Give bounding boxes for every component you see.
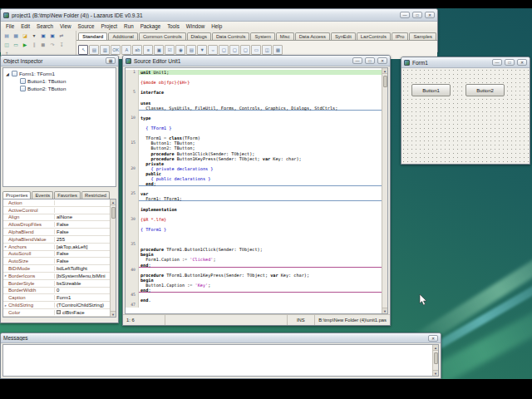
messages-scrollbar[interactable]: ▲ ▼	[432, 345, 438, 376]
tedit-icon[interactable]: ab	[132, 45, 142, 55]
scroll-up-icon[interactable]: ▲	[433, 345, 438, 351]
source-editor-titlebar[interactable]: Source Editor Unit1 — □ ✕	[123, 56, 390, 66]
property-value[interactable]: False	[55, 251, 110, 256]
menu-tools[interactable]: Tools	[165, 22, 182, 31]
step-into-icon[interactable]: ↧	[57, 41, 66, 49]
property-grid-scrollbar[interactable]: ▲ ▼	[110, 200, 116, 317]
property-value[interactable]: [akTop,akLeft]	[55, 244, 110, 249]
scroll-up-icon[interactable]: ▲	[382, 68, 387, 74]
property-value[interactable]: Form1	[55, 295, 110, 300]
property-value[interactable]: alNone	[55, 214, 110, 219]
menu-file[interactable]: File	[3, 22, 17, 31]
close-button[interactable]: ✕	[425, 12, 435, 18]
property-row-align[interactable]: AlignalNone	[3, 214, 110, 222]
palette-tab-data-controls[interactable]: Data Controls	[212, 32, 249, 40]
property-row-caption[interactable]: CaptionForm1	[3, 294, 110, 302]
palette-tab-standard[interactable]: Standard	[78, 32, 107, 40]
menu-source[interactable]: Source	[76, 22, 97, 31]
property-row-bidimode[interactable]: BiDiModebdLeftToRight	[3, 265, 110, 273]
tree-item-button2[interactable]: Button2: TButton	[3, 85, 116, 92]
property-row-alphablendvalue[interactable]: AlphaBlendValue255	[3, 236, 110, 244]
tactionlist-icon[interactable]: ▦	[273, 45, 283, 55]
new-unit-icon[interactable]: ▤	[2, 32, 11, 40]
tgroupbox-icon[interactable]: ▢	[219, 45, 229, 55]
scroll-down-icon[interactable]: ▼	[433, 370, 438, 376]
tbutton-icon[interactable]: OK	[111, 45, 121, 55]
tree-item-form1[interactable]: ◢Form1: TForm1	[3, 70, 116, 77]
designed-button2[interactable]: Button2	[466, 84, 505, 96]
scroll-thumb[interactable]	[434, 352, 438, 364]
property-value[interactable]: False	[55, 259, 110, 264]
code-line[interactable]: 47	[126, 303, 382, 308]
form-close-button[interactable]: ✕	[517, 59, 527, 66]
tframe-icon[interactable]: ◫	[262, 45, 272, 55]
scroll-down-icon[interactable]: ▼	[111, 311, 116, 317]
palette-tab-additional[interactable]: Additional	[108, 32, 137, 40]
property-row-anchors[interactable]: ▸Anchors[akTop,akLeft]	[3, 244, 110, 251]
property-row-action[interactable]: Action	[3, 200, 110, 207]
property-row-borderstyle[interactable]: BorderStylebsSizeable	[3, 280, 110, 288]
editor-scrollbar[interactable]: ▲ ▼	[382, 68, 387, 313]
build-mode-icon[interactable]: ⇄	[57, 32, 66, 40]
editor-close-button[interactable]: ✕	[377, 57, 387, 64]
property-value[interactable]: (TControlChildSizing)	[55, 303, 110, 308]
new-form-icon[interactable]: ▦	[12, 32, 20, 40]
menu-run[interactable]: Run	[121, 22, 136, 31]
palette-tab-lazcontrols[interactable]: LazControls	[357, 32, 391, 40]
tpanel-icon[interactable]: ▭	[251, 45, 261, 55]
property-row-borderwidth[interactable]: BorderWidth0	[3, 288, 110, 295]
palette-tab-data-access[interactable]: Data Access	[295, 32, 330, 40]
menu-view[interactable]: View	[57, 22, 74, 31]
menu-help[interactable]: Help	[209, 22, 224, 31]
tpopupmenu-icon[interactable]: ▥	[100, 45, 110, 55]
property-value[interactable]: bsSizeable	[55, 281, 110, 286]
property-value[interactable]: False	[55, 229, 110, 234]
scroll-thumb[interactable]	[383, 76, 387, 87]
ttogglebox-icon[interactable]: ▣	[154, 45, 164, 55]
tradiobutton-icon[interactable]: ◉	[175, 45, 185, 55]
form-maximize-button[interactable]: □	[505, 59, 515, 66]
toggle-form-unit-icon[interactable]: ◫	[2, 41, 11, 49]
palette-tab-ipro[interactable]: IPro	[392, 32, 409, 40]
run-icon[interactable]: ▶	[21, 41, 29, 49]
tcheckbox-icon[interactable]: ☑	[165, 45, 175, 55]
property-row-color[interactable]: ColorclBtnFace	[3, 309, 110, 317]
open-dropdown-icon[interactable]: ▾	[30, 32, 38, 40]
code-editor[interactable]: 1unit Unit1;{$mode objfpc}{$H+}5interfac…	[125, 67, 388, 314]
menu-package[interactable]: Package	[138, 22, 164, 31]
scroll-down-icon[interactable]: ▼	[382, 308, 387, 313]
scroll-up-icon[interactable]: ▲	[111, 200, 116, 205]
property-value[interactable]: bdLeftToRight	[55, 266, 110, 271]
menu-search[interactable]: Search	[34, 22, 56, 31]
form-minimize-button[interactable]: —	[492, 59, 502, 66]
code-area[interactable]: 1unit Unit1;{$mode objfpc}{$H+}5interfac…	[126, 68, 382, 313]
property-value[interactable]: 255	[55, 237, 110, 242]
pause-icon[interactable]: ∥	[30, 41, 38, 49]
palette-tab-synedit[interactable]: SynEdit	[331, 32, 356, 40]
tmainmenu-icon[interactable]: ▤	[89, 45, 99, 55]
messages-list[interactable]	[3, 345, 432, 376]
palette-tab-dialogs[interactable]: Dialogs	[187, 32, 211, 40]
inspector-tab-properties[interactable]: Properties	[2, 191, 31, 199]
property-row-alphablend[interactable]: AlphaBlendFalse	[3, 229, 110, 236]
stop-icon[interactable]: ◼	[39, 41, 47, 49]
inspector-tab-events[interactable]: Events	[32, 191, 53, 199]
inspector-tab-favorites[interactable]: Favorites	[54, 191, 81, 199]
property-row-allowdropfiles[interactable]: AllowDropFilesFalse	[3, 221, 110, 229]
main-titlebar[interactable]: project1 (B:\tmp\New Folder (4)) - Lazar…	[1, 9, 437, 22]
step-over-icon[interactable]: ↷	[48, 41, 57, 49]
maximize-button[interactable]: □	[412, 12, 422, 18]
scroll-thumb[interactable]	[111, 207, 116, 219]
property-value[interactable]: clBtnFace	[55, 310, 110, 315]
minimize-button[interactable]: —	[400, 12, 410, 18]
menu-edit[interactable]: Edit	[18, 22, 32, 31]
form-design-surface[interactable]: Button1 Button2	[401, 68, 530, 164]
property-row-bordericons[interactable]: ▸BorderIcons[biSystemMenu,biMini	[3, 273, 110, 280]
tree-item-button1[interactable]: Button1: TButton	[3, 77, 116, 85]
menu-window[interactable]: Window	[184, 22, 207, 31]
tlabel-icon[interactable]: A	[121, 45, 131, 55]
editor-maximize-button[interactable]: □	[365, 57, 375, 64]
designed-button1[interactable]: Button1	[411, 84, 451, 96]
messages-titlebar[interactable]: Messages ✕	[1, 333, 441, 343]
property-value[interactable]: 0	[55, 288, 110, 293]
